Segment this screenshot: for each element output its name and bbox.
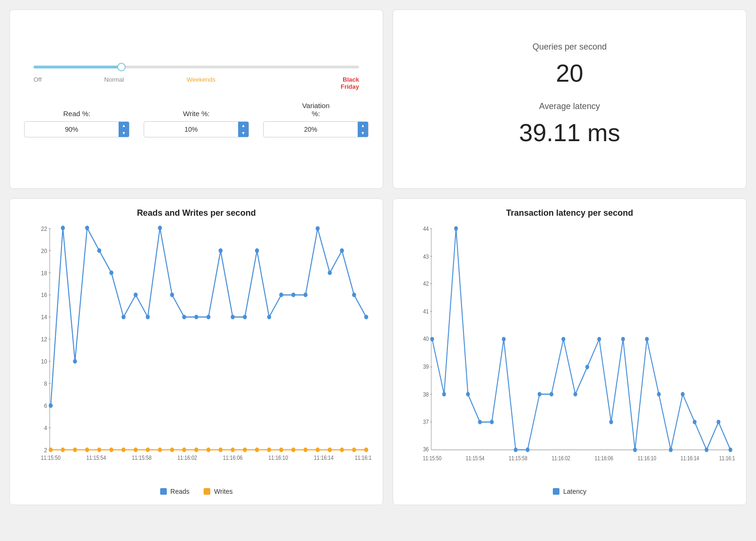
slider-track[interactable]: Off Normal Weekends BlackFriday bbox=[34, 66, 359, 68]
reads-legend-label: Reads bbox=[171, 488, 189, 495]
svg-text:11:15:54: 11:15:54 bbox=[466, 455, 484, 461]
latency-dot bbox=[490, 420, 494, 424]
write-pct-up-button[interactable]: ▲ bbox=[238, 122, 249, 129]
writes-dot bbox=[243, 448, 247, 452]
latency-dot bbox=[621, 337, 625, 342]
latency-dot bbox=[585, 365, 589, 370]
latency-dot bbox=[704, 448, 708, 452]
writes-dot bbox=[303, 448, 308, 452]
writes-legend-item: Writes bbox=[204, 488, 232, 495]
spinners-row: Read %: ▲ ▼ Write %: ▲ ▼ bbox=[24, 101, 369, 137]
variation-pct-down-button[interactable]: ▼ bbox=[358, 129, 368, 137]
svg-text:12: 12 bbox=[41, 336, 47, 343]
slider-labels: Off Normal Weekends BlackFriday bbox=[34, 76, 359, 90]
latency-dot bbox=[466, 392, 470, 397]
variation-pct-input-wrap[interactable]: ▲ ▼ bbox=[263, 121, 369, 137]
svg-text:16: 16 bbox=[41, 292, 47, 299]
writes-dot bbox=[267, 448, 271, 452]
writes-dot bbox=[182, 448, 187, 452]
svg-text:6: 6 bbox=[44, 402, 47, 409]
latency-dot bbox=[657, 392, 661, 397]
writes-dot bbox=[328, 448, 332, 452]
write-pct-input[interactable] bbox=[144, 123, 238, 136]
latency-chart-panel: Transaction latency per second 44 43 42 … bbox=[393, 198, 747, 505]
writes-dot bbox=[292, 448, 296, 452]
mode-slider-container: Off Normal Weekends BlackFriday bbox=[24, 61, 369, 87]
write-pct-input-wrap[interactable]: ▲ ▼ bbox=[144, 121, 249, 137]
write-pct-down-button[interactable]: ▼ bbox=[238, 129, 249, 137]
read-pct-buttons: ▲ ▼ bbox=[119, 122, 129, 137]
read-pct-input-wrap[interactable]: ▲ ▼ bbox=[24, 121, 129, 137]
reads-dot bbox=[255, 248, 259, 253]
variation-pct-input[interactable] bbox=[264, 123, 358, 136]
latency-dot bbox=[633, 448, 637, 452]
slider-label-weekends: Weekends bbox=[187, 76, 215, 90]
writes-dot bbox=[61, 448, 65, 452]
writes-dot bbox=[364, 448, 369, 452]
svg-text:11:16:10: 11:16:10 bbox=[268, 455, 288, 461]
writes-dot bbox=[85, 448, 89, 452]
reads-dot bbox=[303, 293, 308, 297]
writes-dot bbox=[73, 448, 77, 452]
latency-chart-area: 44 43 42 41 40 39 38 37 36 11:15:50 11 bbox=[403, 223, 737, 484]
latency-dot bbox=[669, 448, 673, 452]
writes-dot bbox=[316, 448, 320, 452]
variation-pct-buttons: ▲ ▼ bbox=[358, 122, 368, 137]
svg-text:11:16:02: 11:16:02 bbox=[552, 455, 570, 461]
reads-dot bbox=[109, 270, 113, 275]
latency-dot bbox=[454, 226, 458, 231]
latency-chart-title: Transaction latency per second bbox=[403, 208, 737, 218]
stats-panel: Queries per second 20 Average latency 39… bbox=[393, 9, 747, 189]
svg-text:18: 18 bbox=[41, 270, 47, 277]
reads-dot bbox=[340, 248, 344, 253]
write-pct-group: Write %: ▲ ▼ bbox=[144, 110, 249, 137]
latency-dot bbox=[717, 420, 721, 424]
reads-writes-chart-panel: Reads and Writes per second 22 20 18 16 … bbox=[9, 198, 383, 505]
svg-text:11:16:02: 11:16:02 bbox=[177, 455, 197, 461]
svg-text:11:16:06: 11:16:06 bbox=[595, 455, 613, 461]
read-pct-input[interactable] bbox=[25, 123, 119, 136]
latency-dot bbox=[681, 392, 685, 397]
svg-text:36: 36 bbox=[423, 446, 429, 453]
variation-pct-up-button[interactable]: ▲ bbox=[358, 122, 368, 129]
svg-text:11:16:14: 11:16:14 bbox=[314, 455, 334, 461]
svg-text:11:15:54: 11:15:54 bbox=[86, 455, 106, 461]
svg-text:11:16:10: 11:16:10 bbox=[637, 455, 656, 461]
reads-legend-item: Reads bbox=[160, 488, 189, 495]
writes-dot bbox=[109, 448, 113, 452]
reads-dot bbox=[231, 315, 235, 320]
slider-thumb[interactable] bbox=[117, 63, 126, 71]
slider-label-normal: Normal bbox=[104, 76, 124, 90]
controls-panel: Off Normal Weekends BlackFriday Read %: … bbox=[9, 9, 383, 189]
read-pct-up-button[interactable]: ▲ bbox=[119, 122, 129, 129]
reads-writes-chart-title: Reads and Writes per second bbox=[19, 208, 373, 218]
writes-dot bbox=[158, 448, 162, 452]
reads-dot bbox=[97, 248, 102, 253]
avg-latency-value: 39.11 ms bbox=[519, 118, 620, 147]
reads-writes-svg: 22 20 18 16 14 12 10 8 6 4 2 bbox=[19, 223, 373, 484]
svg-text:11:16:14: 11:16:14 bbox=[680, 455, 699, 461]
reads-dot bbox=[364, 315, 369, 320]
latency-dot bbox=[442, 392, 446, 397]
svg-text:40: 40 bbox=[423, 335, 429, 342]
latency-dot bbox=[538, 392, 541, 397]
writes-legend-dot bbox=[204, 488, 210, 495]
svg-text:11:15:58: 11:15:58 bbox=[132, 455, 152, 461]
writes-dot bbox=[231, 448, 235, 452]
svg-text:44: 44 bbox=[423, 225, 429, 232]
reads-dot bbox=[352, 293, 356, 297]
svg-text:37: 37 bbox=[423, 418, 429, 425]
reads-dot bbox=[85, 226, 89, 230]
writes-dot bbox=[121, 448, 126, 452]
latency-dot bbox=[550, 392, 553, 397]
svg-text:11:16:06: 11:16:06 bbox=[223, 455, 243, 461]
reads-dot bbox=[134, 293, 138, 297]
read-pct-down-button[interactable]: ▼ bbox=[119, 129, 129, 137]
reads-dot bbox=[243, 315, 247, 320]
variation-pct-label: Variation%: bbox=[302, 101, 329, 118]
svg-text:2: 2 bbox=[44, 447, 47, 454]
variation-pct-group: Variation%: ▲ ▼ bbox=[263, 101, 369, 137]
latency-dot bbox=[729, 448, 732, 452]
writes-legend-label: Writes bbox=[214, 488, 232, 495]
latency-dot bbox=[514, 448, 517, 452]
